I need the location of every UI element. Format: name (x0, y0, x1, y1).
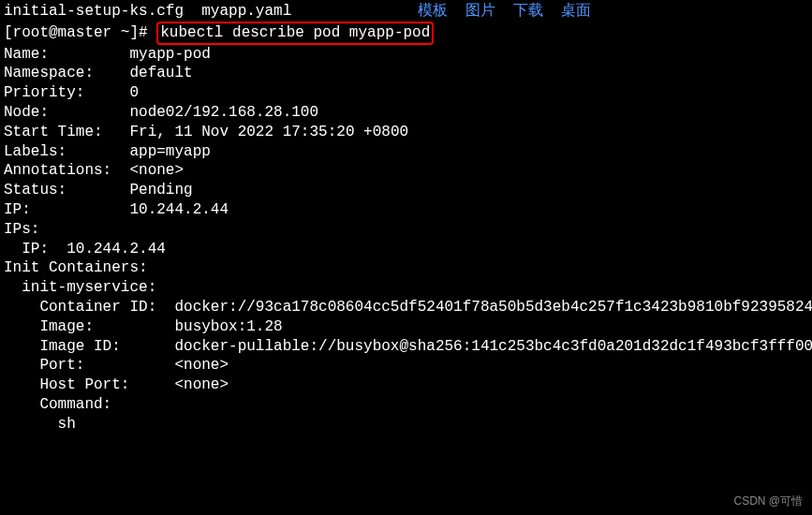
link-template[interactable]: 模板 (418, 3, 448, 20)
priority-value: 0 (129, 84, 139, 101)
namespace-label: Namespace: (4, 65, 94, 81)
status-label: Status: (4, 182, 66, 199)
command-sh: sh (4, 415, 808, 434)
link-image[interactable]: 图片 (465, 3, 495, 20)
field-imageid: Image ID: docker-pullable://busybox@sha2… (4, 337, 808, 357)
field-labels: Labels: app=myapp (4, 142, 808, 162)
link-download[interactable]: 下载 (513, 3, 543, 20)
annotations-label: Annotations: (4, 162, 111, 179)
ip-label: IP: (4, 201, 31, 218)
init-myservice: init-myservice: (4, 278, 808, 298)
command-text[interactable]: kubectl describe pod myapp-pod (160, 24, 430, 41)
node-value: node02/192.168.28.100 (129, 104, 318, 121)
namespace-value: default (129, 65, 192, 81)
container-id: Container ID: docker://93ca178c08604cc5d… (4, 298, 808, 317)
ips-label: IPs: (4, 221, 39, 238)
name-value: myapp-pod (129, 46, 210, 63)
labels-value: app=myapp (129, 143, 210, 160)
field-initcontainers: Init Containers: (4, 258, 808, 278)
labels-label: Labels: (4, 143, 66, 160)
link-desktop[interactable]: 桌面 (561, 3, 591, 20)
starttime-value: Fri, 11 Nov 2022 17:35:20 +0800 (129, 124, 408, 140)
field-port: Port: <none> (4, 356, 808, 375)
hostport-value: <none> (174, 376, 229, 393)
command-highlight: kubectl describe pod myapp-pod (156, 22, 434, 45)
file1: initial-setup-ks.cfg (4, 3, 184, 20)
port-value: <none> (174, 357, 229, 374)
top-line: initial-setup-ks.cfg myapp.yaml 模板 图片 下载… (4, 2, 808, 22)
field-namespace: Namespace: default (4, 64, 808, 83)
port-label: Port: (4, 357, 84, 374)
field-image: Image: busybox:1.28 (4, 317, 808, 337)
field-node: Node: node02/192.168.28.100 (4, 103, 808, 123)
field-ip: IP: 10.244.2.44 (4, 200, 808, 220)
starttime-label: Start Time: (4, 124, 103, 140)
shell-prompt: [root@master ~]# (4, 24, 156, 41)
hostport-label: Host Port: (4, 376, 129, 393)
image-value: busybox:1.28 (174, 318, 282, 335)
field-priority: Priority: 0 (4, 83, 808, 103)
image-label: Image: (4, 318, 94, 335)
field-status: Status: Pending (4, 181, 808, 200)
field-hostport: Host Port: <none> (4, 375, 808, 395)
file2: myapp.yaml (201, 3, 291, 20)
field-command: Command: (4, 395, 808, 415)
field-starttime: Start Time: Fri, 11 Nov 2022 17:35:20 +0… (4, 123, 808, 142)
field-annotations: Annotations: <none> (4, 161, 808, 181)
annotations-value: <none> (129, 162, 184, 179)
status-value: Pending (129, 182, 192, 199)
ip-value: 10.244.2.44 (129, 201, 229, 218)
prompt-line: [root@master ~]# kubectl describe pod my… (4, 22, 808, 45)
name-label: Name: (4, 46, 49, 63)
priority-label: Priority: (4, 84, 84, 101)
field-ips-sub: IP: 10.244.2.44 (4, 240, 808, 259)
watermark: CSDN @可惜 (733, 494, 803, 509)
field-name: Name: myapp-pod (4, 45, 808, 65)
node-label: Node: (4, 104, 49, 121)
field-ips: IPs: (4, 220, 808, 240)
